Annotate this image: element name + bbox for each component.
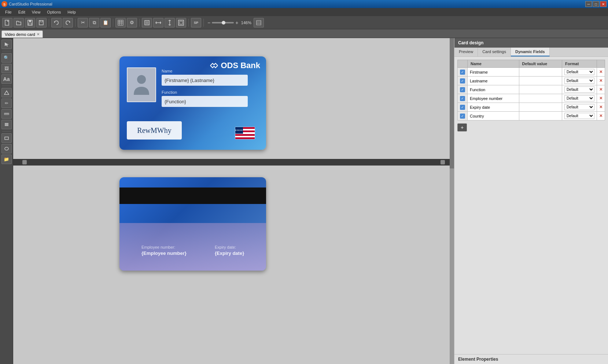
row-delete-4[interactable]: ✕ [597,103,605,112]
add-field-button[interactable]: + [457,123,467,131]
titlebar-controls[interactable]: ─ □ ✕ [585,1,607,7]
tab-preview[interactable]: Preview [454,48,478,56]
row-toggle-5[interactable]: ✓ [458,112,468,120]
menu-help[interactable]: Help [65,9,79,15]
zoom-in-icon[interactable]: + [235,20,238,26]
save-button[interactable] [25,18,35,27]
table-row: ✓CountryDefault✕ [458,112,605,120]
close-button[interactable]: ✕ [600,1,607,7]
tab-video-demo-card[interactable]: Video demo card ✕ [1,30,43,38]
row-checkbox-5[interactable]: ✓ [460,114,465,119]
settings-button[interactable]: ⚙ [127,18,137,27]
id-card-front[interactable]: ODS Bank Name {Firstname} {Lastname} Fun… [119,56,266,150]
delete-button-2[interactable]: ✕ [599,87,603,92]
fit-page-button[interactable] [142,18,152,27]
row-default-1[interactable] [519,77,562,85]
row-toggle-2[interactable]: ✓ [458,85,468,94]
row-default-0[interactable] [519,68,562,77]
row-delete-2[interactable]: ✕ [597,85,605,94]
zoom-slider[interactable] [212,22,234,23]
format-select-0[interactable]: Default [564,69,594,75]
delete-button-4[interactable]: ✕ [599,105,603,109]
row-default-3[interactable] [519,94,562,103]
canvas-area[interactable]: ODS Bank Name {Firstname} {Lastname} Fun… [13,38,454,364]
row-toggle-4[interactable]: ✓ [458,103,468,112]
row-delete-5[interactable]: ✕ [597,112,605,120]
row-checkbox-2[interactable]: ✓ [460,87,465,92]
menu-view[interactable]: View [29,9,44,15]
panel-content: Name Default value Format ✓FirstnameDefa… [454,57,608,354]
svg-rect-13 [145,21,148,24]
canvas-scroll-thumb-v[interactable] [450,38,454,168]
undo-button[interactable] [51,18,62,27]
row-delete-3[interactable]: ✕ [597,94,605,103]
new-button[interactable] [2,18,12,27]
delete-button-0[interactable]: ✕ [599,70,603,74]
menu-file[interactable]: File [2,9,15,15]
folder-tool[interactable]: 📁 [1,155,12,164]
menu-edit[interactable]: Edit [15,9,28,15]
tab-close-icon[interactable]: ✕ [37,32,40,36]
delete-button-5[interactable]: ✕ [599,114,603,118]
rectangle-tool[interactable] [1,133,12,143]
shapes-tool[interactable] [1,88,12,97]
row-checkbox-1[interactable]: ✓ [460,78,465,83]
pen-tool[interactable]: ✏ [1,99,12,108]
image-tool[interactable]: 🖼 [1,64,12,73]
paste-button[interactable]: 📋 [100,18,111,27]
menu-options[interactable]: Options [44,9,64,15]
zoom-out-icon[interactable]: − [207,20,210,26]
row-checkbox-3[interactable]: ✓ [460,96,465,101]
delete-button-1[interactable]: ✕ [599,78,603,83]
menubar: File Edit View Options Help [0,8,608,16]
row-default-5[interactable] [519,112,562,120]
save-as-button[interactable] [36,18,47,27]
panel-header: Card design [454,38,608,48]
fit-window-button[interactable] [176,18,186,27]
row-delete-0[interactable]: ✕ [597,68,605,77]
svg-rect-5 [29,23,32,25]
layers-tool[interactable] [1,120,12,129]
row-default-2[interactable] [519,85,562,94]
pointer-tool[interactable] [1,40,12,49]
cut-button[interactable]: ✂ [78,18,88,27]
fit-width-button[interactable] [153,18,163,27]
row-default-4[interactable] [519,103,562,112]
row-checkbox-0[interactable]: ✓ [460,70,465,75]
row-toggle-3[interactable]: ✓ [458,94,468,103]
format-select-3[interactable]: Default [564,95,594,101]
delete-button-3[interactable]: ✕ [599,96,603,100]
text-tool[interactable]: Aa [1,74,12,84]
format-select-4[interactable]: Default [564,104,594,110]
tab-dynamic-fields[interactable]: Dynamic Fields [511,48,550,56]
svg-rect-2 [5,20,9,25]
copy-button[interactable]: ⧉ [89,18,99,27]
format-select-2[interactable]: Default [564,86,594,93]
row-toggle-1[interactable]: ✓ [458,77,468,85]
id-card-back[interactable]: Employee number: {Employee number} Expir… [119,177,266,271]
card-signature: RewMWhy [127,121,182,140]
maximize-button[interactable]: □ [593,1,599,7]
search-tool[interactable]: 🔍 [1,53,12,63]
col-format: Format [562,60,597,68]
ellipse-tool[interactable] [1,144,12,153]
tab-card-settings[interactable]: Card settings [478,48,511,56]
open-button[interactable] [14,18,24,27]
row-delete-1[interactable]: ✕ [597,77,605,85]
ruler-tool[interactable] [1,109,12,119]
minimize-button[interactable]: ─ [585,1,592,7]
fit-height-button[interactable] [165,18,175,27]
main-layout: 🔍 🖼 Aa ✏ 📁 [0,38,608,364]
redo-button[interactable] [63,18,73,27]
table-button[interactable] [115,18,126,27]
sp-button[interactable]: SP [191,18,201,27]
row-checkbox-4[interactable]: ✓ [460,105,465,110]
canvas-scrollbar-vertical[interactable] [450,38,454,364]
format-select-5[interactable]: Default [564,113,594,119]
divider-knob-right[interactable] [441,160,445,164]
row-toggle-0[interactable]: ✓ [458,68,468,77]
divider-knob-left[interactable] [22,160,27,164]
svg-marker-19 [5,42,9,47]
zoom-picker-button[interactable] [254,18,264,27]
format-select-1[interactable]: Default [564,78,594,84]
